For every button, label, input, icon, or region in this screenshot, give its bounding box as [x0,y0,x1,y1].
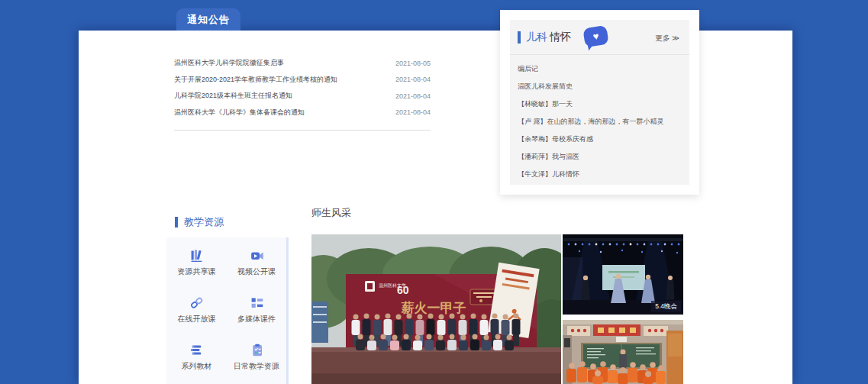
notice-title[interactable]: 关于开展2020-2021学年教师教学工作业绩考核的通知 [174,75,337,85]
sentiment-card: 儿科 情怀 ♥ 更多 ≫ 编后记 温医儿科发展简史 【林晓敏】那一天 【卢 露】… [500,10,699,195]
resource-label: 日常教学资源 [234,361,279,372]
photo-anniv-text: 60 [397,284,409,296]
photo-badge: 5.4晚会 [651,301,681,312]
resources-title: 教学资源 [184,215,224,229]
sentiment-list: 编后记 温医儿科发展简史 【林晓敏】那一天 【卢 露】在山的那边，海的那边，有一… [510,55,689,189]
sentiment-title-rest: 情怀 [550,31,571,44]
notice-row[interactable]: 温州医科大学《儿科学》集体备课会的通知 2021-08-04 [174,105,431,121]
notice-title[interactable]: 温州医科大学儿科学院院徽征集启事 [174,58,284,68]
courseware-icon [250,295,264,310]
resources-grid: 资源共享课 视频公开课 在线开放课 [166,237,289,384]
page: 通知公告 温州医科大学儿科学院院徽征集启事 2021-08-05 关于开展202… [0,0,868,384]
notice-date: 2021-08-04 [395,92,431,100]
list-item[interactable]: 温医儿科发展简史 [518,78,682,95]
notice-date: 2021-08-04 [395,76,431,83]
sentiment-header: 儿科 情怀 ♥ 更多 ≫ [510,20,689,54]
list-item[interactable]: 【潘莉萍】我与温医 [518,148,682,166]
notice-title[interactable]: 温州医科大学《儿科学》集体备课会的通知 [174,108,305,118]
stage-photo[interactable]: 5.4晚会 [563,234,683,315]
notice-date: 2021-08-04 [395,108,431,116]
accent-bar [518,31,521,44]
list-item[interactable]: 【卢 露】在山的那边，海的那边，有一群小精灵 [518,113,682,131]
tab-notices-label: 通知公告 [187,14,230,25]
list-item[interactable]: 【牛文泽】儿科情怀 [518,166,682,183]
sentiment-panel: 儿科 情怀 ♥ 更多 ≫ 编后记 温医儿科发展简史 【林晓敏】那一天 【卢 露】… [510,20,689,185]
resource-item-shared-courses[interactable]: 资源共享课 [166,248,227,295]
resource-item-online-course[interactable]: 在线开放课 [166,295,227,343]
chat-heart-icon: ♥ [582,25,609,48]
notice-title[interactable]: 儿科学院2021级本科生班主任报名通知 [174,91,292,101]
resource-label: 在线开放课 [178,314,216,324]
resource-item-open-video[interactable]: 视频公开课 [227,248,286,295]
resource-item-courseware[interactable]: 多媒体课件 [227,295,286,343]
resource-label: 视频公开课 [237,266,276,277]
tab-notices[interactable]: 通知公告 [176,8,240,31]
notice-date: 2021-08-05 [395,60,431,67]
divider [174,130,431,131]
notice-list: 温州医科大学儿科学院院徽征集启事 2021-08-05 关于开展2020-202… [174,55,431,131]
link-icon [189,295,204,310]
resource-item-textbooks[interactable]: 系列教材 [166,343,227,384]
classroom-photo[interactable] [563,320,683,384]
sentiment-title-accent: 儿科 [526,31,547,44]
notice-row[interactable]: 儿科学院2021级本科生班主任报名通知 2021-08-04 [174,88,431,105]
video-icon [250,248,264,263]
books-icon [189,248,204,263]
resource-label: 系列教材 [182,361,212,372]
notice-row[interactable]: 关于开展2020-2021学年教师教学工作业绩考核的通知 2021-08-04 [174,72,431,89]
daily-resource-icon [250,343,264,357]
accent-bar [175,217,178,227]
list-item[interactable]: 编后记 [518,60,682,78]
resource-label: 资源共享课 [178,266,216,277]
group-photo[interactable]: 温州医科大学 60 薪火一甲子 [311,234,561,384]
list-item[interactable]: 【余琴梅】母校系庆有感 [518,131,682,148]
gallery-title: 师生风采 [311,206,351,220]
more-link[interactable]: 更多 ≫ [655,34,679,44]
photo-banner-text: 薪火一甲子 [401,301,466,315]
list-item[interactable]: 【林晓敏】那一天 [518,95,682,113]
notice-row[interactable]: 温州医科大学儿科学院院徽征集启事 2021-08-05 [174,55,431,72]
textbook-icon [189,343,204,357]
resource-label: 多媒体课件 [237,314,276,324]
resource-item-daily-resources[interactable]: 日常教学资源 [227,343,286,384]
